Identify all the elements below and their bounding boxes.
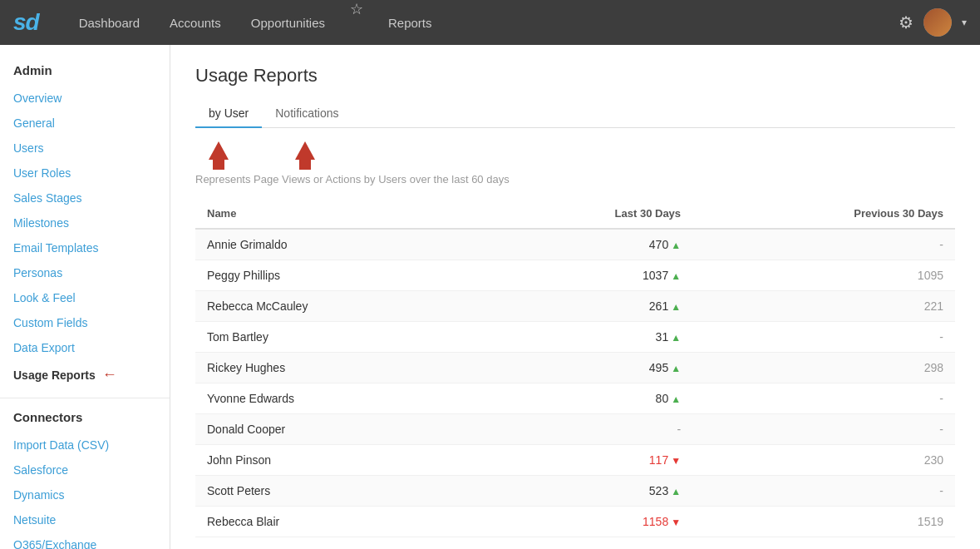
sidebar-item-user-roles[interactable]: User Roles [0, 161, 170, 185]
nav-accounts[interactable]: Accounts [155, 0, 236, 45]
table-row: Tom Bartley31▲- [195, 322, 955, 353]
table-row: Yvonne Edwards80▲- [195, 383, 955, 414]
last-30-value: 80▲ [485, 383, 692, 414]
sidebar-item-look-&-feel[interactable]: Look & Feel [0, 285, 170, 310]
prev30-number: - [939, 392, 943, 405]
user-avatar[interactable] [923, 8, 952, 37]
table-row: Scott Peters523▲- [195, 476, 955, 507]
user-name: Rebecca McCauley [195, 291, 485, 322]
user-name: Scott Peters [195, 476, 485, 507]
app-logo: sd [13, 9, 39, 36]
prev-30-value: - [692, 383, 955, 414]
last-30-value: 261▲ [485, 291, 692, 322]
last30-number: 261 [649, 299, 668, 313]
nav-right: ⚙ ▾ [899, 8, 967, 37]
prev30-number: 230 [924, 453, 943, 467]
table-row: Rebecca McCauley261▲221 [195, 291, 955, 322]
sidebar-item-users[interactable]: Users [0, 136, 170, 161]
last-30-value: 495▲ [485, 353, 692, 383]
col-last30: Last 30 Days [485, 199, 692, 229]
sidebar-item-import-data-csv[interactable]: Import Data (CSV) [0, 433, 170, 458]
table-description: Represents Page Views or Actions by User… [195, 173, 955, 185]
trend-down-icon: ▼ [671, 455, 681, 467]
table-row: Rebecca Blair1158▼1519 [195, 507, 955, 537]
prev30-number: 1519 [918, 515, 943, 528]
user-dropdown-arrow[interactable]: ▾ [962, 17, 967, 28]
connectors-section-title: Connectors [0, 407, 170, 433]
sidebar-item-custom-fields[interactable]: Custom Fields [0, 310, 170, 335]
trend-up-icon: ▲ [671, 486, 681, 497]
col-prev30: Previous 30 Days [692, 199, 955, 229]
tab-notifications[interactable]: Notifications [262, 100, 352, 128]
last30-number: 470 [649, 238, 668, 251]
sidebar-item-usage-reports[interactable]: Usage Reports← [0, 360, 170, 389]
sidebar-item-o365/exchange[interactable]: O365/Exchange [0, 532, 170, 549]
sidebar-item-personas[interactable]: Personas [0, 260, 170, 285]
prev-30-value: - [692, 322, 955, 353]
sidebar-item-general[interactable]: General [0, 111, 170, 136]
usage-reports-arrow-icon: ← [102, 366, 117, 383]
sidebar-item-milestones[interactable]: Milestones [0, 210, 170, 235]
up-arrow-right-icon [295, 141, 315, 160]
sidebar: Admin OverviewGeneralUsersUser RolesSale… [0, 45, 170, 549]
last30-number: 523 [649, 484, 668, 497]
user-name: Rickey Hughes [195, 353, 485, 383]
prev30-number: - [939, 330, 943, 344]
page-title: Usage Reports [195, 65, 955, 87]
last-30-value: 1037▲ [485, 260, 692, 291]
sidebar-item-salesforce[interactable]: Salesforce [0, 458, 170, 482]
sidebar-item-sales-stages[interactable]: Sales Stages [0, 185, 170, 210]
last-30-value: - [485, 414, 692, 445]
table-row: Annie Grimaldo470▲- [195, 229, 955, 260]
prev-30-value: 221 [692, 291, 955, 322]
top-nav: sd Dashboard Accounts Opportunities ☆ Re… [0, 0, 980, 45]
sidebar-item-netsuite[interactable]: Netsuite [0, 507, 170, 532]
last30-number: 80 [656, 392, 669, 405]
nav-opportunities[interactable]: Opportunities [236, 0, 340, 45]
connectors-nav: Import Data (CSV)SalesforceDynamicsNetsu… [0, 433, 170, 549]
prev-30-value: 230 [692, 445, 955, 476]
tab-by-user[interactable]: by User [195, 100, 262, 128]
tabs-bar: by UserNotifications [195, 100, 955, 128]
trend-up-icon: ▲ [671, 363, 681, 374]
trend-up-icon: ▲ [671, 240, 681, 251]
user-name: Annie Grimaldo [195, 229, 485, 260]
arrow-right [295, 141, 315, 170]
prev30-number: 221 [924, 299, 943, 313]
prev-30-value: 1519 [692, 507, 955, 537]
decorative-arrows [195, 141, 955, 170]
nav-links: Dashboard Accounts Opportunities ☆ Repor… [64, 0, 899, 45]
main-content: Usage Reports by UserNotifications Repre… [170, 45, 980, 549]
nav-dashboard[interactable]: Dashboard [64, 0, 155, 45]
last30-number: 1158 [643, 515, 668, 528]
settings-icon[interactable]: ⚙ [899, 12, 914, 32]
user-name: Rebecca Blair [195, 507, 485, 537]
nav-star-icon[interactable]: ☆ [340, 0, 373, 45]
dash-value: - [677, 423, 681, 436]
usage-table: Name Last 30 Days Previous 30 Days Annie… [195, 199, 955, 537]
prev30-number: - [939, 484, 943, 497]
sidebar-item-overview[interactable]: Overview [0, 86, 170, 111]
body-wrap: Admin OverviewGeneralUsersUser RolesSale… [0, 45, 980, 549]
last30-number: 495 [649, 361, 668, 374]
sidebar-item-data-export[interactable]: Data Export [0, 335, 170, 360]
last-30-value: 470▲ [485, 229, 692, 260]
prev30-number: - [939, 238, 943, 251]
last-30-value: 117▼ [485, 445, 692, 476]
last30-number: 1037 [643, 269, 668, 282]
last-30-value: 1158▼ [485, 507, 692, 537]
user-name: John Pinson [195, 445, 485, 476]
nav-reports[interactable]: Reports [373, 0, 447, 45]
sidebar-item-dynamics[interactable]: Dynamics [0, 482, 170, 507]
table-row: Peggy Phillips1037▲1095 [195, 260, 955, 291]
prev-30-value: 1095 [692, 260, 955, 291]
last-30-value: 523▲ [485, 476, 692, 507]
prev-30-value: 298 [692, 353, 955, 383]
up-arrow-left-stem [213, 158, 224, 170]
user-name: Tom Bartley [195, 322, 485, 353]
col-name: Name [195, 199, 485, 229]
up-arrow-left-icon [209, 141, 229, 160]
sidebar-item-email-templates[interactable]: Email Templates [0, 235, 170, 260]
admin-nav: OverviewGeneralUsersUser RolesSales Stag… [0, 86, 170, 389]
prev30-number: 298 [924, 361, 943, 374]
